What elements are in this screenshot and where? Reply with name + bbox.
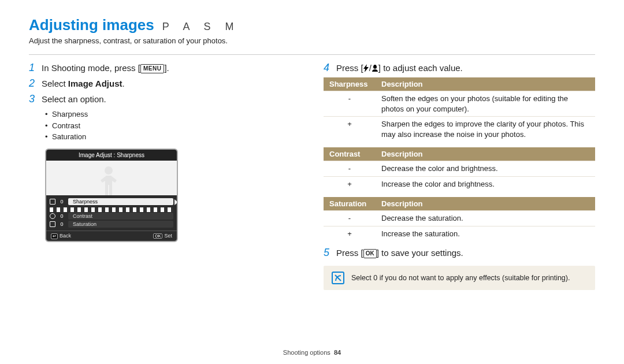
td-val: Increase the color and brightness. bbox=[376, 176, 595, 191]
set-icon: OK bbox=[153, 233, 163, 239]
step-bold: Image Adjust bbox=[68, 79, 122, 88]
macro-icon bbox=[372, 64, 378, 72]
contrast-icon bbox=[50, 213, 55, 219]
lcd-panel: 0 Sharpness 0 Contrast 0 Saturation bbox=[46, 195, 177, 231]
footer-section: Shooting options bbox=[283, 349, 330, 356]
silhouette-icon bbox=[91, 163, 126, 195]
set-label: Set bbox=[164, 233, 172, 239]
back-label: Back bbox=[60, 233, 71, 239]
th: Contrast bbox=[324, 147, 376, 161]
ok-button-icon: OK bbox=[363, 249, 377, 258]
lcd-row: 0 Contrast bbox=[50, 212, 173, 220]
step-1: 1 In Shooting mode, press [MENU]. bbox=[29, 62, 300, 74]
td-key: + bbox=[324, 117, 376, 142]
left-column: 1 In Shooting mode, press [MENU]. 2 Sele… bbox=[29, 62, 300, 290]
menu-button-icon: MENU bbox=[140, 64, 164, 73]
lcd-value: 0 bbox=[59, 199, 65, 205]
contrast-table: ContrastDescription -Decrease the color … bbox=[324, 147, 595, 191]
lcd-header: Image Adjust : Sharpness bbox=[46, 150, 177, 161]
intro-text: Adjust the sharpness, contrast, or satur… bbox=[29, 36, 595, 45]
bullet-item: Saturation bbox=[45, 131, 300, 143]
step-2: 2 Select Image Adjust. bbox=[29, 77, 300, 90]
td-val: Decrease the color and brightness. bbox=[376, 161, 595, 177]
right-column: 4 Press [/] to adjust each value. Sharpn… bbox=[324, 62, 595, 290]
lcd-row: 0 Saturation bbox=[50, 220, 173, 228]
note-text: Select 0 if you do not want to apply any… bbox=[351, 274, 570, 282]
mode-indicators: P A S M bbox=[162, 21, 240, 33]
step-number: 2 bbox=[29, 77, 37, 90]
td-val: Sharpen the edges to improve the clarity… bbox=[376, 117, 595, 142]
step-text: ]. bbox=[164, 63, 169, 73]
note-box: Select 0 if you do not want to apply any… bbox=[324, 266, 595, 290]
step-5: 5 Press [OK] to save your settings. bbox=[324, 247, 595, 259]
td-val: Increase the saturation. bbox=[376, 226, 595, 241]
lcd-value: 0 bbox=[59, 221, 65, 227]
step-text: Press [ bbox=[336, 248, 363, 258]
td-key: - bbox=[324, 91, 376, 117]
lcd-slider-bar bbox=[50, 207, 173, 212]
back-icon: ↩ bbox=[51, 233, 58, 239]
step-text: In Shooting mode, press [ bbox=[42, 63, 140, 73]
th: Saturation bbox=[324, 197, 376, 211]
step-number: 4 bbox=[324, 62, 332, 74]
lcd-label: Sharpness bbox=[68, 198, 173, 205]
td-key: - bbox=[324, 211, 376, 226]
step-text: Select an option. bbox=[42, 93, 106, 105]
sharpness-icon bbox=[50, 199, 55, 205]
step-text: Select bbox=[42, 79, 68, 88]
lcd-preview: Image Adjust : Sharpness 0 Sharpness 0 C… bbox=[45, 148, 178, 242]
lcd-label: Contrast bbox=[68, 213, 173, 220]
step-text: Press [ bbox=[336, 63, 363, 73]
step-number: 3 bbox=[29, 93, 37, 105]
lcd-label: Saturation bbox=[68, 221, 173, 228]
sharpness-table: SharpnessDescription -Soften the edges o… bbox=[324, 77, 595, 142]
th: Description bbox=[376, 197, 595, 211]
bullet-item: Sharpness bbox=[45, 109, 300, 120]
step-3: 3 Select an option. bbox=[29, 93, 300, 105]
bullet-item: Contrast bbox=[45, 120, 300, 132]
divider bbox=[29, 54, 595, 55]
step-text: ] to save your settings. bbox=[377, 248, 463, 258]
td-key: - bbox=[324, 161, 376, 177]
td-val: Decrease the saturation. bbox=[376, 211, 595, 226]
step-number: 5 bbox=[324, 247, 332, 259]
td-key: + bbox=[324, 226, 376, 241]
footer-page: 84 bbox=[334, 349, 341, 356]
th: Sharpness bbox=[324, 77, 376, 91]
step-number: 1 bbox=[29, 62, 37, 74]
th: Description bbox=[376, 77, 595, 91]
page-footer: Shooting options 84 bbox=[0, 349, 624, 356]
th: Description bbox=[376, 147, 595, 161]
note-icon bbox=[332, 272, 344, 284]
td-val: Soften the edges on your photos (suitabl… bbox=[376, 91, 595, 117]
lcd-body bbox=[46, 161, 177, 195]
title-row: Adjusting images P A S M bbox=[29, 16, 595, 34]
page-title: Adjusting images bbox=[29, 16, 154, 34]
step-text: ] to adjust each value. bbox=[378, 63, 463, 73]
saturation-icon bbox=[50, 221, 55, 227]
step-text: . bbox=[122, 79, 125, 88]
td-key: + bbox=[324, 176, 376, 191]
saturation-table: SaturationDescription -Decrease the satu… bbox=[324, 197, 595, 241]
lcd-row: 0 Sharpness bbox=[50, 198, 173, 206]
step-4: 4 Press [/] to adjust each value. bbox=[324, 62, 595, 74]
lcd-value: 0 bbox=[59, 213, 65, 219]
lcd-footer: ↩Back OKSet bbox=[46, 231, 177, 241]
option-bullets: Sharpness Contrast Saturation bbox=[45, 109, 300, 143]
flash-icon bbox=[363, 64, 369, 72]
